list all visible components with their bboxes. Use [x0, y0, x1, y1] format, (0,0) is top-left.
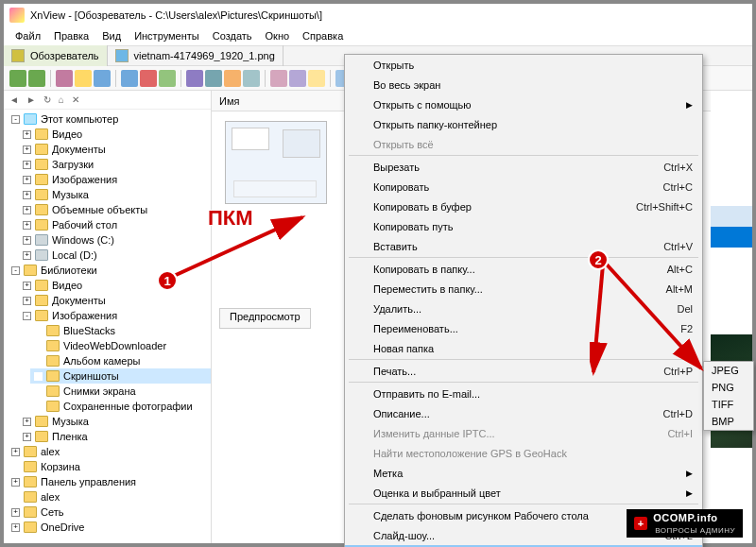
toolbar-button-1[interactable]	[28, 70, 45, 87]
tree-node[interactable]: VideoWebDownloader	[30, 338, 211, 353]
menu-item[interactable]: Открыть с помощью▶	[345, 94, 702, 114]
expand-icon[interactable]: +	[23, 418, 31, 426]
toolbar-button-0[interactable]	[9, 70, 26, 87]
toolbar-button-4[interactable]	[94, 70, 111, 87]
tree-node[interactable]: -Этот компьютер	[8, 111, 211, 127]
submenu-item-tiff[interactable]: TIFF	[704, 396, 753, 413]
menu-item[interactable]: Открыть	[345, 55, 702, 75]
menu-item[interactable]: Копировать в папку...Alt+C	[345, 259, 702, 279]
menu-правка[interactable]: Правка	[48, 28, 94, 43]
tree-node[interactable]: +Документы	[19, 293, 211, 308]
expand-icon[interactable]: -	[23, 312, 31, 320]
tree-node[interactable]: +Видео	[19, 127, 211, 142]
toolbar-button-3[interactable]	[75, 70, 92, 87]
expand-icon[interactable]: +	[23, 161, 31, 169]
menu-item[interactable]: ВырезатьCtrl+X	[345, 157, 702, 177]
expand-icon[interactable]: +	[11, 523, 20, 532]
menu-item[interactable]: Переименовать...F2	[345, 318, 702, 338]
menu-item[interactable]: Переместить в папку...Alt+M	[345, 279, 702, 299]
tree-node[interactable]: alex	[8, 489, 211, 504]
submenu-item-bmp[interactable]: BMP	[704, 413, 753, 430]
tree-node[interactable]: +Загрузки	[19, 157, 211, 172]
tree-node[interactable]: +Пленка	[19, 429, 211, 444]
menu-item[interactable]: ВставитьCtrl+V	[345, 236, 702, 256]
menu-item[interactable]: Описание...Ctrl+D	[345, 403, 702, 423]
toolbar-button-2[interactable]	[56, 70, 73, 87]
expand-icon[interactable]: +	[23, 206, 31, 214]
expand-icon[interactable]: -	[11, 266, 20, 275]
toolbar-button-10[interactable]	[224, 70, 241, 87]
menu-инструменты[interactable]: Инструменты	[129, 28, 205, 43]
tree-node[interactable]: +Музыка	[19, 187, 211, 202]
tree-node[interactable]: BlueStacks	[30, 323, 211, 338]
toolbar-button-8[interactable]	[186, 70, 203, 87]
expand-icon[interactable]: +	[11, 448, 20, 456]
expand-icon[interactable]: +	[23, 236, 31, 245]
expand-icon[interactable]: +	[23, 176, 31, 184]
tree-node[interactable]: +Рабочий стол	[19, 217, 211, 232]
menu-создать[interactable]: Создать	[207, 28, 258, 43]
expand-icon[interactable]: -	[11, 115, 20, 124]
menu-файл[interactable]: Файл	[9, 28, 46, 43]
menu-окно[interactable]: Окно	[260, 28, 296, 43]
tree-node[interactable]: +Local (D:)	[19, 248, 211, 263]
menu-item[interactable]: Копировать путь	[345, 216, 702, 236]
side-nav-btn-3[interactable]: ⌂	[59, 94, 64, 105]
menu-item[interactable]: Удалить...Del	[345, 299, 702, 318]
tree-node[interactable]: Скриншоты	[30, 368, 211, 384]
tree-node[interactable]: +Объемные объекты	[19, 202, 211, 217]
menu-item[interactable]: КопироватьCtrl+C	[345, 177, 702, 197]
tree-node[interactable]: +Видео	[19, 278, 211, 293]
menu-вид[interactable]: Вид	[96, 28, 127, 43]
menu-item[interactable]: Новая папка	[345, 338, 702, 358]
tree-node[interactable]: +Панель управления	[8, 474, 211, 489]
expand-icon[interactable]: +	[23, 145, 31, 154]
menu-item[interactable]: Копировать в буферCtrl+Shift+C	[345, 197, 702, 216]
toolbar-button-12[interactable]	[270, 70, 287, 87]
tree-node[interactable]: +Документы	[19, 142, 211, 157]
thumbnail-item[interactable]	[225, 121, 327, 204]
side-nav-btn-4[interactable]: ✕	[72, 94, 79, 105]
menu-item[interactable]: Оценка и выбранный цвет▶	[345, 483, 702, 503]
toolbar-button-14[interactable]	[308, 70, 325, 87]
toolbar-button-13[interactable]	[289, 70, 306, 87]
toolbar-button-6[interactable]	[140, 70, 157, 87]
expand-icon[interactable]: +	[23, 251, 31, 260]
expand-icon[interactable]: +	[11, 508, 20, 517]
tree-node[interactable]: +OneDrive	[8, 520, 211, 535]
tree-node[interactable]: -Библиотеки	[8, 263, 211, 278]
toolbar-button-7[interactable]	[159, 70, 176, 87]
tab-0[interactable]: Обозреватель	[4, 45, 108, 66]
toolbar-button-5[interactable]	[121, 70, 138, 87]
expand-icon[interactable]: +	[23, 191, 31, 199]
tree-node[interactable]: Альбом камеры	[30, 353, 211, 368]
toolbar-button-11[interactable]	[243, 70, 260, 87]
tree-node[interactable]: Сохраненные фотографии	[30, 399, 211, 414]
tree-node[interactable]: +Сеть	[8, 504, 211, 520]
tree-node[interactable]: +Windows (C:)	[19, 232, 211, 248]
menu-item[interactable]: Отправить по E-mail...	[345, 384, 702, 403]
expand-icon[interactable]: +	[23, 130, 31, 139]
expand-icon[interactable]: +	[23, 282, 31, 290]
toolbar-button-9[interactable]	[205, 70, 222, 87]
tree-node[interactable]: Корзина	[8, 459, 211, 474]
tree-node[interactable]: +Изображения	[19, 172, 211, 187]
expand-icon[interactable]: +	[23, 221, 31, 230]
menu-item[interactable]: Метка▶	[345, 463, 702, 483]
tab-1[interactable]: vietnam-4174969_1920_1.png	[108, 45, 284, 66]
side-nav-btn-1[interactable]: ►	[26, 94, 36, 105]
expand-icon[interactable]: +	[23, 433, 31, 441]
tree-node[interactable]: -Изображения	[19, 308, 211, 323]
tree-node[interactable]: +Музыка	[19, 414, 211, 429]
expand-icon[interactable]: +	[11, 478, 20, 487]
tree-node[interactable]: +alex	[8, 444, 211, 459]
side-nav-btn-2[interactable]: ↻	[43, 94, 51, 105]
expand-icon[interactable]: +	[23, 297, 31, 305]
menu-item[interactable]: Открыть папку-контейнер	[345, 114, 702, 134]
menu-item[interactable]: Во весь экран	[345, 75, 702, 94]
tree-node[interactable]: Снимки экрана	[30, 384, 211, 399]
menu-справка[interactable]: Справка	[297, 28, 349, 43]
submenu-item-png[interactable]: PNG	[704, 379, 753, 396]
submenu-item-jpeg[interactable]: JPEG	[704, 362, 753, 379]
menu-item[interactable]: Печать...Ctrl+P	[345, 361, 702, 381]
